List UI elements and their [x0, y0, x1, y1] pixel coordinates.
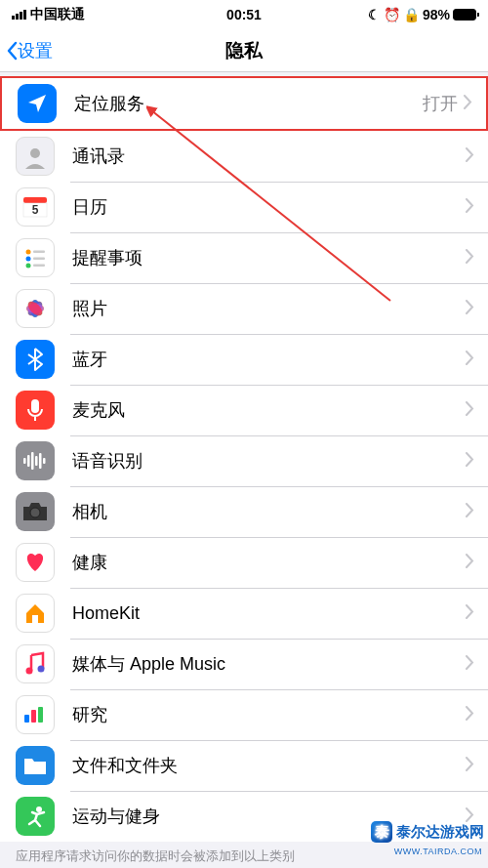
status-right: ☾ ⏰ 🔒 98%: [368, 7, 476, 22]
camera-icon: [16, 492, 55, 531]
svg-point-28: [38, 666, 45, 673]
bluetooth-icon: [16, 340, 55, 379]
row-label: 相机: [72, 500, 466, 523]
calendar-icon: 5: [16, 187, 55, 227]
row-label: 语音识别: [72, 449, 466, 473]
row-calendar[interactable]: 5 日历: [0, 182, 488, 232]
research-icon: [16, 695, 55, 734]
battery-percent: 98%: [423, 7, 450, 22]
svg-point-27: [26, 668, 33, 675]
chevron-right-icon: [466, 351, 474, 369]
row-homekit[interactable]: HomeKit: [0, 588, 488, 639]
row-bluetooth[interactable]: 蓝牙: [0, 334, 488, 385]
watermark-url: WWW.TAIRDA.COM: [394, 847, 482, 856]
svg-rect-9: [33, 265, 45, 268]
svg-point-32: [36, 806, 42, 812]
svg-rect-31: [38, 707, 43, 723]
health-icon: [16, 543, 55, 582]
row-files-folders[interactable]: 文件和文件夹: [0, 740, 488, 791]
row-label: 健康: [72, 551, 466, 574]
svg-rect-7: [33, 251, 45, 254]
chevron-right-icon: [466, 757, 474, 775]
row-label: 媒体与 Apple Music: [72, 652, 466, 676]
row-label: 研究: [72, 703, 466, 726]
watermark-logo: 泰: [371, 821, 392, 843]
svg-rect-19: [23, 458, 26, 464]
row-photos[interactable]: 照片: [0, 283, 488, 334]
chevron-left-icon: [6, 41, 18, 61]
chevron-right-icon: [466, 249, 474, 268]
chevron-right-icon: [466, 604, 474, 623]
svg-rect-26: [32, 615, 38, 623]
row-health[interactable]: 健康: [0, 537, 488, 588]
location-icon: [18, 84, 57, 123]
svg-rect-22: [35, 456, 38, 466]
row-value: 打开: [423, 92, 458, 115]
row-speech-recognition[interactable]: 语音识别: [0, 435, 488, 486]
contacts-icon: [16, 137, 55, 176]
svg-rect-21: [31, 452, 34, 470]
alarm-icon: ⏰: [384, 7, 400, 22]
signal-icon: [12, 10, 26, 20]
files-icon: [16, 746, 55, 785]
page-title: 隐私: [225, 38, 263, 63]
battery-icon: [453, 9, 476, 21]
row-contacts[interactable]: 通讯录: [0, 131, 488, 182]
svg-text:5: 5: [32, 203, 39, 217]
status-time: 00:51: [226, 7, 262, 22]
highlighted-row-container: 定位服务 打开: [0, 76, 488, 131]
chevron-right-icon: [466, 401, 474, 420]
status-left: 中国联通: [12, 6, 85, 23]
carrier-label: 中国联通: [30, 6, 85, 23]
svg-rect-8: [33, 258, 45, 261]
svg-point-5: [26, 257, 31, 262]
row-media-apple-music[interactable]: 媒体与 Apple Music: [0, 639, 488, 689]
svg-point-4: [26, 250, 31, 255]
watermark: 泰 泰尔达游戏网: [371, 821, 484, 843]
speech-icon: [16, 441, 55, 480]
chevron-right-icon: [466, 706, 474, 724]
back-label: 设置: [18, 39, 53, 62]
watermark-text: 泰尔达游戏网: [396, 823, 484, 842]
row-label: 日历: [72, 195, 466, 219]
chevron-right-icon: [466, 554, 474, 572]
svg-point-25: [30, 508, 40, 517]
row-label: 照片: [72, 297, 466, 320]
svg-rect-24: [43, 458, 46, 464]
row-label: 文件和文件夹: [72, 754, 466, 777]
row-label: 通讯录: [72, 145, 466, 168]
svg-point-0: [30, 148, 40, 158]
chevron-right-icon: [466, 503, 474, 521]
svg-rect-23: [39, 453, 42, 469]
row-label: 蓝牙: [72, 348, 466, 371]
svg-rect-30: [31, 710, 36, 723]
row-research[interactable]: 研究: [0, 689, 488, 740]
reminders-icon: [16, 238, 55, 277]
svg-point-6: [26, 264, 31, 269]
moon-icon: ☾: [368, 7, 381, 22]
chevron-right-icon: [466, 300, 474, 318]
row-camera[interactable]: 相机: [0, 486, 488, 537]
photos-icon: [16, 289, 55, 328]
row-label: HomeKit: [72, 603, 466, 624]
microphone-icon: [16, 391, 55, 430]
nav-bar: 设置 隐私: [0, 29, 488, 72]
fitness-icon: [16, 797, 55, 836]
row-location-services[interactable]: 定位服务 打开: [2, 78, 486, 129]
svg-rect-29: [24, 715, 29, 723]
status-bar: 中国联通 00:51 ☾ ⏰ 🔒 98%: [0, 0, 488, 29]
media-icon: [16, 644, 55, 683]
row-reminders[interactable]: 提醒事项: [0, 232, 488, 283]
chevron-right-icon: [466, 147, 474, 166]
chevron-right-icon: [466, 198, 474, 217]
row-label: 麦克风: [72, 398, 466, 422]
svg-rect-20: [27, 455, 30, 467]
orientation-lock-icon: 🔒: [403, 7, 420, 22]
svg-rect-18: [31, 399, 39, 413]
privacy-list: 通讯录 5 日历 提醒事项 照片 蓝牙 麦克风: [0, 131, 488, 842]
row-label: 定位服务: [74, 92, 423, 115]
chevron-right-icon: [466, 655, 474, 674]
row-microphone[interactable]: 麦克风: [0, 385, 488, 435]
homekit-icon: [16, 594, 55, 633]
back-button[interactable]: 设置: [0, 39, 53, 62]
